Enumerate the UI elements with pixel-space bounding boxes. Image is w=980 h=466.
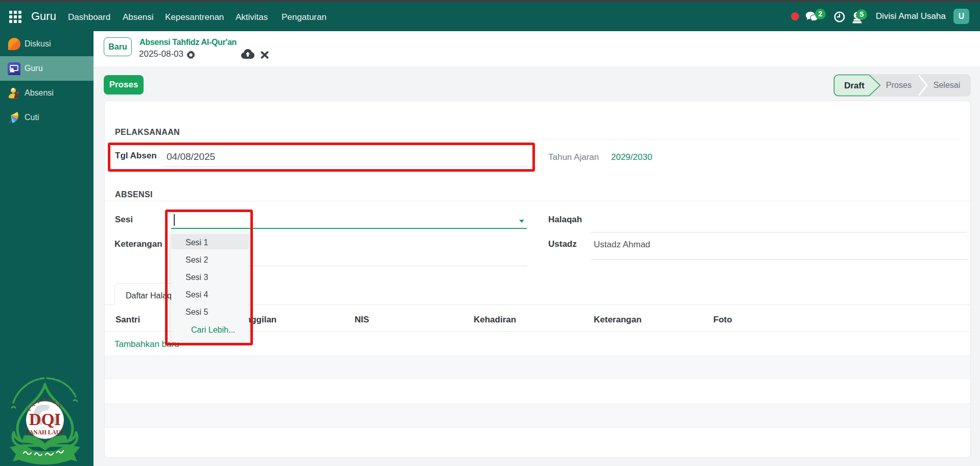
svg-text:DQI: DQI (29, 410, 61, 429)
svg-text:A: A (41, 397, 46, 403)
svg-text:Draft: Draft (844, 81, 865, 90)
svg-text:TANAH LAUT: TANAH LAUT (26, 429, 64, 435)
svg-text:Y: Y (36, 398, 41, 405)
